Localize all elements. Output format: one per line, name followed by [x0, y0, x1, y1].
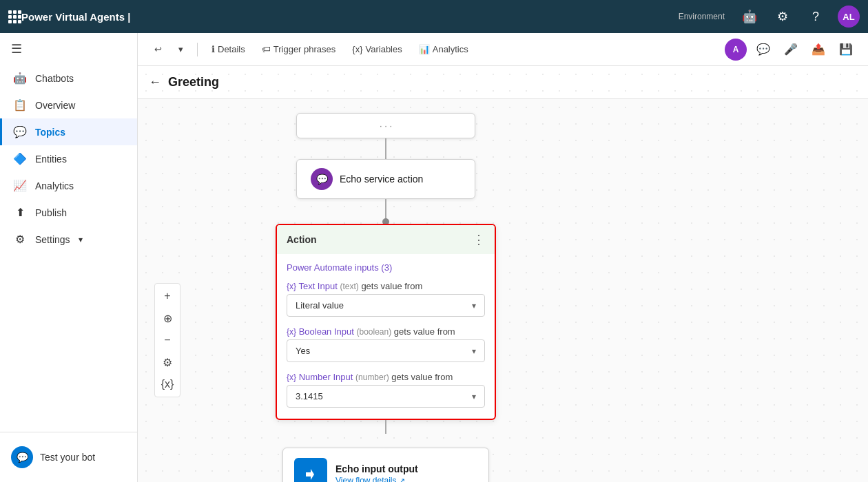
entities-icon: 🔷: [13, 152, 27, 165]
zoom-out-button[interactable]: −: [158, 331, 177, 350]
sidebar-item-overview[interactable]: 📋 Overview: [0, 92, 137, 118]
text-input-dropdown[interactable]: Literal value ▾: [287, 294, 485, 317]
save-icon-btn[interactable]: 💾: [835, 39, 857, 61]
analytics-toolbar-button[interactable]: 📊 Analytics: [413, 41, 474, 57]
boolean-input-value: Yes: [296, 346, 310, 356]
canvas-inner: + ⊕ − ⚙ {x} · · ·: [138, 99, 868, 482]
flow-container: · · · 💬 Echo service action: [276, 113, 496, 482]
text-input-label: {x} Text Input (text) gets value from: [287, 281, 485, 291]
environment-label: Environment: [679, 12, 725, 21]
toolbar-avatar[interactable]: A: [725, 39, 747, 61]
echo-node-icon: 💬: [311, 168, 333, 190]
center-button[interactable]: ⊕: [158, 308, 177, 328]
echo-service-action-node[interactable]: 💬 Echo service action: [296, 159, 475, 199]
boolean-input-dropdown[interactable]: Yes ▾: [287, 339, 485, 362]
top-partial-node: · · ·: [296, 113, 475, 138]
canvas-content[interactable]: + ⊕ − ⚙ {x} · · ·: [138, 99, 868, 482]
number-dropdown-arrow: ▾: [472, 392, 476, 401]
text-var-badge: {x}: [287, 282, 296, 291]
echo-output-icon: [294, 458, 327, 482]
boolean-var-badge: {x}: [287, 327, 296, 337]
text-dropdown-arrow: ▾: [472, 301, 476, 311]
topbar: Power Virtual Agents | Environment 🤖 ⚙ ?…: [0, 0, 868, 33]
sidebar-item-analytics[interactable]: 📈 Analytics: [0, 172, 137, 199]
sidebar-item-analytics-label: Analytics: [35, 180, 74, 191]
text-input-type: (text): [340, 282, 358, 291]
text-input-suffix: gets value from: [361, 281, 422, 291]
sidebar-toggle[interactable]: ☰: [0, 33, 137, 65]
sidebar-item-topics[interactable]: 💬 Topics: [0, 118, 137, 145]
back-button[interactable]: ←: [149, 75, 161, 90]
number-input-value: 3.1415: [296, 391, 323, 401]
number-input-row: {x} Number Input (number) gets value fro…: [287, 372, 485, 408]
zoom-in-button[interactable]: +: [158, 286, 177, 306]
boolean-input-type: (boolean): [357, 327, 392, 337]
analytics-toolbar-icon: 📊: [419, 44, 430, 54]
topbar-icons: Environment 🤖 ⚙ ? AL: [679, 6, 860, 28]
share-icon-btn[interactable]: 📤: [807, 39, 829, 61]
variable-button[interactable]: {x}: [158, 375, 177, 394]
connector-1: [385, 138, 386, 159]
number-var-badge: {x}: [287, 373, 296, 382]
canvas-settings-button[interactable]: ⚙: [158, 353, 177, 372]
action-card-header: Action ⋮: [277, 225, 495, 254]
sidebar-item-entities-label: Entities: [35, 154, 67, 165]
test-bot-item[interactable]: 💬 Test your bot: [11, 441, 126, 474]
settings-expand-arrow: ▾: [79, 235, 83, 244]
toolbar-divider-1: [197, 43, 198, 56]
view-flow-details-link[interactable]: View flow details: [335, 476, 397, 482]
trigger-icon: 🏷: [262, 44, 271, 54]
test-bot-icon: 💬: [11, 446, 33, 468]
sidebar-item-settings-label: Settings: [35, 234, 70, 245]
sidebar-item-topics-label: Topics: [35, 127, 65, 138]
dropdown-button[interactable]: ▾: [173, 41, 189, 57]
details-button[interactable]: ℹ Details: [206, 41, 251, 57]
external-link-icon: ↗: [399, 476, 405, 482]
number-input-label: {x} Number Input (number) gets value fro…: [287, 372, 485, 382]
text-input-name: Text Input: [298, 281, 337, 291]
page-title-bar: ← Greeting: [138, 66, 868, 99]
zoom-controls: + ⊕ − ⚙ {x}: [154, 283, 180, 397]
action-card-menu-button[interactable]: ⋮: [473, 232, 485, 247]
chat-icon-btn[interactable]: 💬: [752, 39, 774, 61]
bot-icon-btn[interactable]: 🤖: [738, 6, 761, 28]
sidebar-item-publish-label: Publish: [35, 207, 67, 218]
number-input-dropdown[interactable]: 3.1415 ▾: [287, 385, 485, 408]
sidebar-item-settings[interactable]: ⚙ Settings ▾: [0, 226, 137, 253]
text-input-row: {x} Text Input (text) gets value from Li…: [287, 281, 485, 317]
trigger-phrases-button[interactable]: 🏷 Trigger phrases: [256, 41, 342, 57]
waffle-icon[interactable]: [8, 10, 21, 23]
toolbar: ↩ ▾ ℹ Details 🏷 Trigger phrases {x} Vari…: [138, 33, 868, 66]
test-bot-label: Test your bot: [40, 452, 95, 463]
toolbar-right: A 💬 🎤 📤 💾: [725, 39, 857, 61]
boolean-input-row: {x} Boolean Input (boolean) gets value f…: [287, 326, 485, 362]
undo-button[interactable]: ↩: [149, 41, 167, 57]
user-avatar[interactable]: AL: [838, 6, 860, 28]
sidebar-item-chatbots[interactable]: 🤖 Chatbots: [0, 65, 137, 92]
boolean-dropdown-arrow: ▾: [472, 346, 476, 356]
pa-inputs-count: inputs (3): [355, 262, 392, 273]
overview-icon: 📋: [13, 98, 27, 112]
boolean-input-label: {x} Boolean Input (boolean) gets value f…: [287, 326, 485, 337]
sidebar-item-publish[interactable]: ⬆ Publish: [0, 199, 137, 226]
info-icon: ℹ: [211, 44, 215, 54]
sidebar-item-entities[interactable]: 🔷 Entities: [0, 145, 137, 172]
page-title: Greeting: [168, 75, 219, 90]
echo-output-node[interactable]: Echo input output View flow details ↗: [282, 448, 489, 482]
settings-icon-btn[interactable]: ⚙: [772, 6, 794, 28]
pa-inputs-prefix: Power Automate: [287, 262, 352, 273]
number-input-suffix: gets value from: [391, 372, 453, 382]
action-card-title: Action: [287, 234, 317, 245]
variables-icon: {x}: [352, 44, 362, 54]
connector-2-wrapper: [382, 199, 389, 224]
app-title: Power Virtual Agents |: [21, 11, 679, 23]
main-layout: ☰ 🤖 Chatbots 📋 Overview 💬 Topics 🔷 Entit…: [0, 0, 868, 482]
help-icon-btn[interactable]: ?: [805, 6, 827, 28]
action-card-body: Power Automate inputs (3) {x} Text Input…: [277, 254, 495, 419]
number-input-name: Number Input: [299, 372, 353, 382]
mic-icon-btn[interactable]: 🎤: [780, 39, 802, 61]
chatbots-icon: 🤖: [13, 72, 27, 85]
variables-button[interactable]: {x} Variables: [347, 41, 407, 57]
echo-node-text: Echo service action: [340, 174, 423, 185]
sidebar: ☰ 🤖 Chatbots 📋 Overview 💬 Topics 🔷 Entit…: [0, 33, 138, 482]
